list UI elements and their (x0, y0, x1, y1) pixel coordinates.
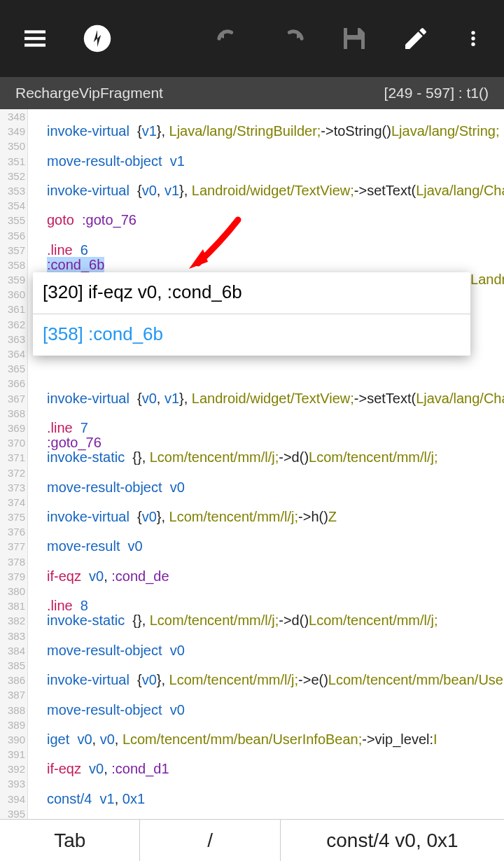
undo-icon[interactable] (214, 24, 244, 53)
file-title: RechargeVipFragment (15, 85, 163, 102)
toolbar (0, 0, 504, 77)
svg-point-10 (471, 42, 475, 46)
references-popup: [320] if-eqz v0, :cond_6b [358] :cond_6b (33, 272, 470, 356)
svg-rect-6 (347, 28, 358, 35)
redo-icon[interactable] (277, 24, 307, 53)
position-indicator: [249 - 597] : t1() (384, 85, 489, 102)
svg-point-8 (471, 31, 475, 34)
menu-icon[interactable] (21, 24, 49, 52)
code-editor[interactable]: 3483493503513523533543553563573583593603… (0, 109, 504, 819)
reference-item-current[interactable]: [358] :cond_6b (33, 314, 470, 356)
keyboard-accessory: Tab / const/4 v0, 0x1 (0, 819, 504, 861)
code-area[interactable]: invoke-virtual {v1}, Ljava/lang/StringBu… (28, 109, 504, 819)
svg-rect-7 (347, 40, 361, 49)
line-gutter: 3483493503513523533543553563573583593603… (0, 109, 28, 819)
compass-icon[interactable] (83, 24, 112, 53)
key-slash[interactable]: / (140, 830, 279, 852)
overflow-icon[interactable] (463, 24, 483, 52)
edit-icon[interactable] (402, 24, 430, 52)
save-icon[interactable] (340, 24, 368, 52)
key-snippet[interactable]: const/4 v0, 0x1 (281, 830, 504, 852)
subbar: RechargeVipFragment [249 - 597] : t1() (0, 77, 504, 109)
svg-point-9 (471, 36, 475, 40)
svg-rect-1 (24, 37, 46, 40)
reference-item[interactable]: [320] if-eqz v0, :cond_6b (33, 272, 470, 314)
svg-rect-2 (24, 43, 46, 46)
key-tab[interactable]: Tab (0, 830, 139, 852)
svg-rect-0 (24, 30, 46, 33)
